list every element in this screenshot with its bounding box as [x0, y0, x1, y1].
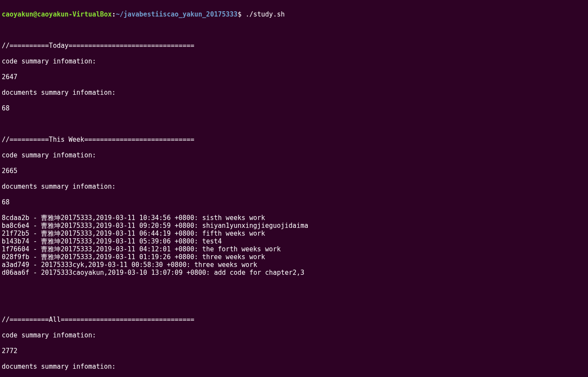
- week-docs-label: documents summary infomation:: [2, 183, 586, 190]
- blank-line: [2, 120, 586, 128]
- today-code-label: code summary infomation:: [2, 57, 586, 65]
- prompt-user: caoyakun: [2, 10, 33, 18]
- prompt-line: caoyakun@caoyakun-VirtualBox:~/javabesti…: [2, 10, 586, 18]
- all-docs-label: documents summary infomation:: [2, 363, 586, 370]
- commit-line: 8cdaa2b - 曹雅坤20175333,2019-03-11 10:34:5…: [2, 214, 586, 222]
- blank-line: [2, 300, 586, 308]
- terminal-output[interactable]: caoyakun@caoyakun-VirtualBox:~/javabesti…: [0, 0, 588, 377]
- week-code-label: code summary infomation:: [2, 151, 586, 159]
- today-docs-value: 68: [2, 104, 586, 112]
- prompt-at: @: [33, 10, 37, 18]
- today-code-value: 2647: [2, 73, 586, 81]
- prompt-colon: :: [112, 10, 116, 18]
- commit-line: a3ad749 - 20175333cyk,2019-03-11 00:58:3…: [2, 261, 586, 269]
- commit-line: d06aa6f - 20175333caoyakun,2019-03-10 13…: [2, 269, 586, 277]
- week-header: //==========This Week===================…: [2, 136, 586, 143]
- all-header: //==========All=========================…: [2, 316, 586, 324]
- command-text: ./study.sh: [245, 10, 285, 18]
- commit-line: b143b74 - 曹雅坤20175333,2019-03-11 05:39:0…: [2, 237, 586, 245]
- week-commit-list: 8cdaa2b - 曹雅坤20175333,2019-03-11 10:34:5…: [2, 214, 586, 277]
- commit-line: 1f76604 - 曹雅坤20175333,2019-03-11 04:12:0…: [2, 245, 586, 253]
- prompt-host: caoyakun-VirtualBox: [37, 10, 112, 18]
- commit-line: 21f72b5 - 曹雅坤20175333,2019-03-11 06:44:1…: [2, 230, 586, 237]
- today-header: //==========Today=======================…: [2, 42, 586, 50]
- today-docs-label: documents summary infomation:: [2, 89, 586, 97]
- prompt-path: ~/javabestiiscao_yakun_20175333: [116, 10, 238, 18]
- prompt-dollar: $: [238, 10, 245, 18]
- week-docs-value: 68: [2, 198, 586, 206]
- blank-line: [2, 284, 586, 292]
- all-code-value: 2772: [2, 347, 586, 355]
- commit-line: 028f9fb - 曹雅坤20175333,2019-03-11 01:19:2…: [2, 253, 586, 261]
- blank-line: [2, 26, 586, 34]
- week-code-value: 2665: [2, 167, 586, 175]
- all-code-label: code summary infomation:: [2, 331, 586, 339]
- commit-line: ba8c6e4 - 曹雅坤20175333,2019-03-11 09:20:5…: [2, 222, 586, 230]
